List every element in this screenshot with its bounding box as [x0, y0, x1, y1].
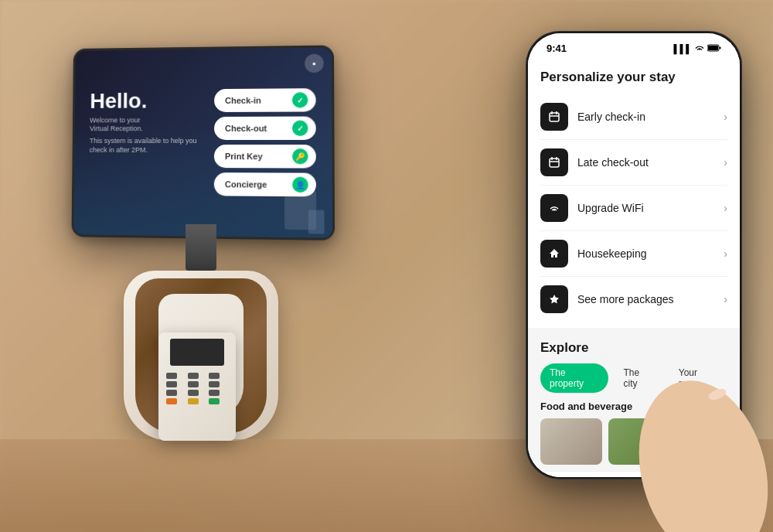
kiosk-subtitle: Welcome to your Virtual Reception. — [90, 116, 206, 135]
kiosk-buttons: Check-in ✓ Check-out ✓ Print Key 🔑 Co — [214, 88, 316, 196]
early-checkin-label: Early check-in — [577, 111, 724, 123]
kiosk-content: Hello. Welcome to your Virtual Reception… — [89, 88, 316, 196]
upgrade-wifi-label: Upgrade WiFi — [577, 202, 724, 214]
kiosk-container: ● Hello. Welcome to your Virtual Recepti… — [23, 46, 425, 495]
svg-rect-2 — [720, 46, 721, 49]
terminal-keypad — [158, 370, 236, 408]
late-checkout-item[interactable]: Late check-out › — [540, 140, 727, 186]
concierge-icon: 👤 — [292, 177, 308, 193]
more-packages-icon — [540, 285, 568, 313]
printkey-icon: 🔑 — [292, 148, 308, 164]
terminal-key — [166, 381, 177, 387]
kiosk-screen: ● Hello. Welcome to your Virtual Recepti… — [73, 47, 332, 237]
upgrade-wifi-chevron: › — [724, 202, 727, 214]
battery-icon — [707, 44, 721, 53]
late-checkout-chevron: › — [724, 156, 727, 169]
signal-icon: ▌▌▌ — [674, 44, 692, 53]
kiosk-printkey-button[interactable]: Print Key 🔑 — [214, 145, 316, 169]
terminal-key — [209, 373, 220, 379]
status-icons: ▌▌▌ — [674, 44, 721, 53]
terminal-key — [166, 390, 177, 396]
terminal-orange-key — [166, 398, 177, 404]
kiosk-greeting-area: Hello. Welcome to your Virtual Reception… — [90, 89, 206, 155]
personalize-section: Personalize your stay Early check-in › — [528, 57, 740, 328]
svg-rect-1 — [708, 46, 718, 50]
status-bar: 9:41 ▌▌▌ — [528, 33, 740, 57]
kiosk-info-text: This system is available to help you che… — [90, 137, 206, 155]
kiosk-checkin-button[interactable]: Check-in ✓ — [214, 88, 316, 112]
more-packages-chevron: › — [724, 293, 727, 305]
kiosk-greeting-text: Hello. — [90, 89, 206, 113]
upgrade-wifi-icon — [540, 194, 568, 222]
explore-image-1 — [540, 418, 602, 465]
checkin-icon: ✓ — [292, 92, 308, 107]
kiosk-concierge-button[interactable]: Concierge 👤 — [214, 172, 316, 196]
more-packages-label: See more packages — [577, 293, 724, 305]
status-time: 9:41 — [547, 43, 567, 54]
terminal-key — [188, 390, 199, 396]
tab-the-property[interactable]: The property — [540, 363, 608, 393]
kiosk-device: ● Hello. Welcome to your Virtual Recepti… — [70, 46, 332, 240]
hand-illustration — [626, 317, 773, 532]
housekeeping-label: Housekeeping — [577, 247, 724, 260]
late-checkout-icon — [540, 148, 568, 176]
late-checkout-label: Late check-out — [577, 156, 724, 169]
early-checkin-icon — [540, 103, 568, 131]
kiosk-logo: ● — [305, 54, 324, 73]
terminal-screen — [170, 339, 224, 366]
payment-terminal — [158, 332, 236, 441]
svg-rect-3 — [550, 113, 559, 121]
upgrade-wifi-item[interactable]: Upgrade WiFi › — [540, 186, 727, 231]
phone-container: 9:41 ▌▌▌ — [495, 31, 773, 526]
early-checkin-chevron: › — [724, 111, 727, 123]
checkout-icon: ✓ — [292, 121, 308, 136]
housekeeping-chevron: › — [724, 247, 727, 260]
terminal-green-key — [209, 398, 220, 404]
terminal-key — [209, 390, 220, 396]
kiosk-frame: ● Hello. Welcome to your Virtual Recepti… — [71, 45, 335, 240]
terminal-key — [166, 373, 177, 379]
terminal-key — [188, 373, 199, 379]
personalize-title: Personalize your stay — [540, 70, 727, 85]
wifi-icon — [695, 44, 704, 53]
housekeeping-item[interactable]: Housekeeping › — [540, 231, 727, 277]
housekeeping-icon — [540, 240, 568, 268]
svg-rect-4 — [550, 159, 559, 167]
kiosk-checkout-button[interactable]: Check-out ✓ — [214, 117, 316, 140]
more-packages-item[interactable]: See more packages › — [540, 277, 727, 322]
terminal-yellow-key — [188, 398, 199, 404]
terminal-key — [188, 381, 199, 387]
terminal-key — [209, 381, 220, 387]
early-checkin-item[interactable]: Early check-in › — [540, 94, 727, 140]
stand-neck — [186, 224, 216, 271]
